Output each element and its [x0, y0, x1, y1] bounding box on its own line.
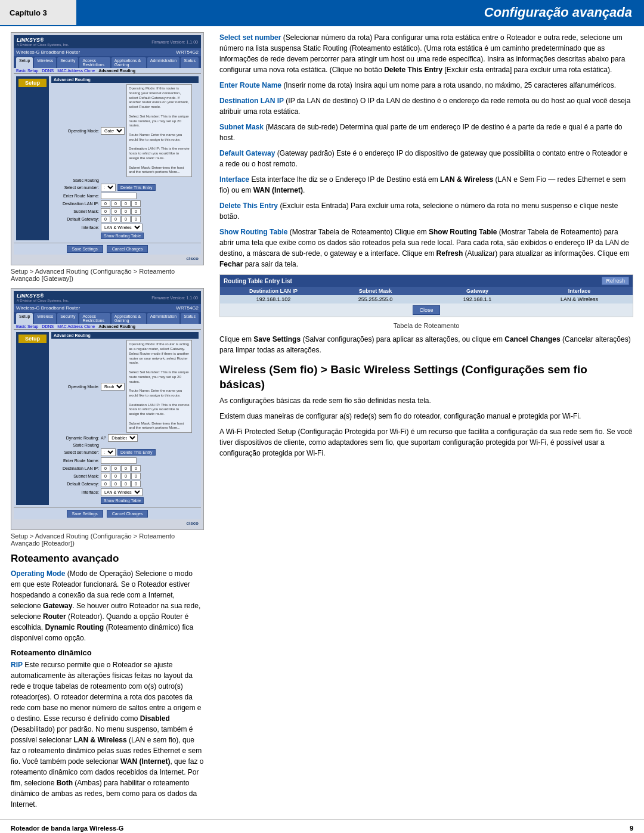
- routing-table-row: 192.168.1.102 255.255.255.0 192.168.1.1 …: [220, 295, 633, 304]
- rs-gw-1b[interactable]: [111, 216, 120, 222]
- rs-dest-ip-1a[interactable]: [101, 200, 110, 207]
- rs-subnet-2a[interactable]: [101, 473, 110, 479]
- rs-dest-ip-1d[interactable]: [131, 200, 141, 207]
- rs-show-routing-btn-2[interactable]: Show Routing Table: [101, 497, 144, 504]
- rs-dest-ip-2c[interactable]: [121, 465, 131, 472]
- rs-save-btn-2[interactable]: Save Settings: [67, 510, 103, 518]
- tab-apps-1[interactable]: Applications & Gaming: [112, 57, 146, 68]
- tab-status-2[interactable]: Status: [181, 313, 199, 324]
- tab-security-1[interactable]: Security: [57, 57, 78, 68]
- enter-route-text: (Inserir nome da rota) Insira aqui um no…: [283, 81, 616, 89]
- rs-dest-ip-2d[interactable]: [131, 465, 141, 472]
- rs-route-name-input-1[interactable]: [101, 193, 137, 199]
- tab-setup-1[interactable]: Setup: [16, 57, 33, 68]
- rs-route-name-input-2[interactable]: [101, 457, 137, 464]
- rs-dest-ip-1c[interactable]: [121, 200, 131, 207]
- tab-setup-2[interactable]: Setup: [16, 313, 33, 324]
- nav-advanced-2[interactable]: Advanced Routing: [98, 324, 135, 329]
- tab-admin-1[interactable]: Administration: [147, 57, 179, 68]
- rs-op-mode-select-1[interactable]: Gateway: [101, 127, 125, 135]
- tab-status-1[interactable]: Status: [181, 57, 199, 68]
- section-title-roteamento: Roteamento avançado: [11, 553, 204, 565]
- routing-table-header: Routing Table Entry List Refresh: [220, 275, 633, 287]
- operating-mode-term: Operating Mode: [11, 569, 65, 578]
- rs-op-mode-select-2[interactable]: Router: [101, 383, 125, 391]
- nav-mac-1[interactable]: MAC Address Clone: [57, 69, 95, 73]
- rs-setup-label-2: Setup: [18, 335, 47, 343]
- rs-gw-2c[interactable]: [121, 481, 131, 487]
- delete-entry-para: Delete This Entry (Excluir esta Entrada)…: [219, 200, 633, 222]
- cell-interface: LAN & Wireless: [528, 296, 630, 302]
- rs-route-name-row-2: Enter Route Name:: [51, 457, 199, 464]
- footer-left: Roteador de banda larga Wireless-G: [11, 825, 123, 832]
- destination-lan-term: Destination LAN IP: [219, 97, 284, 105]
- wireless-para3: A Wi-Fi Protected Setup (Configuração Pr…: [219, 426, 633, 459]
- tab-access-2[interactable]: Access Restrictions: [79, 313, 110, 324]
- select-set-term: Select set number: [219, 33, 281, 42]
- rs-subnet-2b[interactable]: [111, 473, 120, 479]
- rs-gw-1a[interactable]: [101, 216, 110, 222]
- routing-table-refresh-btn[interactable]: Refresh: [602, 277, 629, 285]
- rs-delete-btn-2[interactable]: Delete This Entry: [117, 449, 156, 456]
- rs-tabs-1: Setup Wireless Security Access Restricti…: [14, 56, 201, 68]
- routing-table-close-btn[interactable]: Close: [413, 305, 439, 315]
- rs-gw-1d[interactable]: [131, 216, 141, 222]
- wireless-para2: Existem duas maneiras de configurar a(s)…: [219, 411, 633, 422]
- rs-dest-ip-2b[interactable]: [111, 465, 120, 472]
- cell-subnet: 255.255.255.0: [324, 296, 426, 302]
- rs-sidebar-1: Setup: [16, 76, 49, 240]
- rs-show-routing-btn-1[interactable]: Show Routing Table: [101, 233, 144, 239]
- product-name-2: Wireless-G Broadband Router: [16, 305, 80, 311]
- select-set-text: (Selecionar número da rota) Para configu…: [219, 33, 625, 74]
- subnet-mask-para: Subnet Mask (Máscara de sub-rede) Determ…: [219, 122, 633, 143]
- rs-subnet-2c[interactable]: [121, 473, 131, 479]
- linksys-sub: A Division of Cisco Systems, Inc.: [17, 43, 69, 47]
- save-settings-para: Clique em Save Settings (Salvar configur…: [219, 334, 633, 355]
- rs-subnet-1c[interactable]: [121, 208, 131, 215]
- dynamic-routing-subtitle: Roteamento dinâmico: [11, 648, 204, 657]
- nav-basic-setup-2[interactable]: Basic Setup: [16, 324, 38, 329]
- rs-interface-select-1[interactable]: LAN & Wireless: [101, 224, 143, 231]
- rs-subnet-2d[interactable]: [131, 473, 141, 479]
- nav-advanced-1[interactable]: Advanced Routing: [98, 69, 135, 73]
- rs-delete-btn-1[interactable]: Delete This Entry: [117, 184, 156, 191]
- chapter-label: Capítulo 3: [0, 0, 78, 25]
- interface-para: Interface Esta interface lhe diz se o En…: [219, 174, 633, 196]
- rs-cisco-2: cisco: [14, 519, 201, 527]
- nav-ddns-2[interactable]: DDNS: [42, 324, 54, 329]
- rs-subnet-ip-1: [101, 208, 141, 215]
- rs-save-btn-1[interactable]: Save Settings: [67, 245, 103, 253]
- tab-access-1[interactable]: Access Restrictions: [79, 57, 110, 68]
- wireless-para1: As configurações básicas da rede sem fio…: [219, 395, 633, 406]
- nav-basic-setup-1[interactable]: Basic Setup: [16, 69, 38, 73]
- save-settings-text: Clique em Save Settings (Salvar configur…: [219, 335, 631, 354]
- rs-gw-1c[interactable]: [121, 216, 131, 222]
- rs-subnet-label-2: Subnet Mask:: [51, 474, 99, 478]
- rs-select-set-select-1[interactable]: 10: [101, 184, 116, 191]
- rs-dest-ip-1b[interactable]: [111, 200, 120, 207]
- rs-select-set-select-2[interactable]: 10: [101, 448, 116, 456]
- rs-rip-select-2[interactable]: Disabled: [108, 434, 138, 442]
- rs-gw-2d[interactable]: [131, 481, 141, 487]
- tab-wireless-1[interactable]: Wireless: [34, 57, 56, 68]
- rs-gw-2b[interactable]: [111, 481, 120, 487]
- nav-mac-2[interactable]: MAC Address Clone: [57, 324, 95, 329]
- rs-cancel-btn-1[interactable]: Cancel Changes: [107, 245, 148, 253]
- rs-footer-1: Save Settings Cancel Changes: [14, 243, 201, 255]
- tab-wireless-2[interactable]: Wireless: [34, 313, 56, 324]
- rs-subnet-1d[interactable]: [131, 208, 141, 215]
- nav-ddns-1[interactable]: DDNS: [42, 69, 54, 73]
- rs-dest-ip-2a[interactable]: [101, 465, 110, 472]
- rs-rip-label-2: AP: [101, 436, 106, 440]
- rs-cancel-btn-2[interactable]: Cancel Changes: [107, 510, 148, 518]
- default-gateway-text: (Gateway padrão) Este é o endereço IP do…: [219, 149, 627, 168]
- rs-cisco-1: cisco: [14, 255, 201, 262]
- rs-subnet-1b[interactable]: [111, 208, 120, 215]
- tab-security-2[interactable]: Security: [57, 313, 78, 324]
- rs-gw-2a[interactable]: [101, 481, 110, 487]
- tab-admin-2[interactable]: Administration: [147, 313, 179, 324]
- rs-interface-select-2[interactable]: LAN & Wireless: [101, 488, 143, 496]
- destination-lan-para: Destination LAN IP (IP da LAN de destino…: [219, 95, 633, 117]
- rs-subnet-1a[interactable]: [101, 208, 110, 215]
- tab-apps-2[interactable]: Applications & Gaming: [112, 313, 146, 324]
